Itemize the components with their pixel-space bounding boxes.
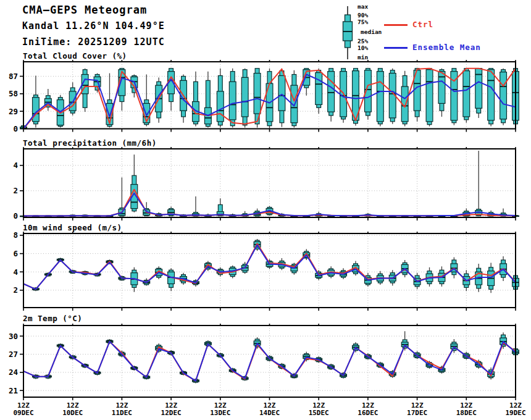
svg-text:11DEC: 11DEC xyxy=(112,409,132,417)
svg-text:18DEC: 18DEC xyxy=(456,409,477,417)
svg-text:09DEC: 09DEC xyxy=(13,409,33,417)
svg-text:19DEC: 19DEC xyxy=(505,409,525,417)
svg-text:15DEC: 15DEC xyxy=(309,409,329,417)
svg-text:4: 4 xyxy=(13,267,18,277)
svg-text:0: 0 xyxy=(13,124,18,133)
svg-text:58: 58 xyxy=(9,89,18,98)
meteogram-chart: 029588702424682124273012Z09DEC12Z10DEC12… xyxy=(0,0,531,420)
svg-text:2: 2 xyxy=(13,186,18,195)
svg-text:6: 6 xyxy=(13,249,18,258)
svg-text:14DEC: 14DEC xyxy=(259,409,280,417)
svg-text:27: 27 xyxy=(9,350,18,359)
svg-text:16DEC: 16DEC xyxy=(357,409,378,417)
svg-text:87: 87 xyxy=(9,72,18,81)
svg-text:12DEC: 12DEC xyxy=(161,409,182,417)
svg-text:10DEC: 10DEC xyxy=(62,409,83,417)
svg-text:24: 24 xyxy=(9,368,18,377)
svg-text:29: 29 xyxy=(9,107,18,116)
svg-text:30: 30 xyxy=(9,332,18,341)
svg-text:21: 21 xyxy=(9,386,18,395)
svg-text:17DEC: 17DEC xyxy=(407,409,427,417)
svg-text:13DEC: 13DEC xyxy=(210,409,230,417)
meteogram-page: CMA—GEPS Meteogram Kandal 11.26°N 104.49… xyxy=(0,0,531,420)
svg-text:0: 0 xyxy=(13,211,18,220)
svg-text:4: 4 xyxy=(13,161,18,170)
svg-text:2: 2 xyxy=(13,285,18,295)
svg-text:8: 8 xyxy=(13,230,18,240)
